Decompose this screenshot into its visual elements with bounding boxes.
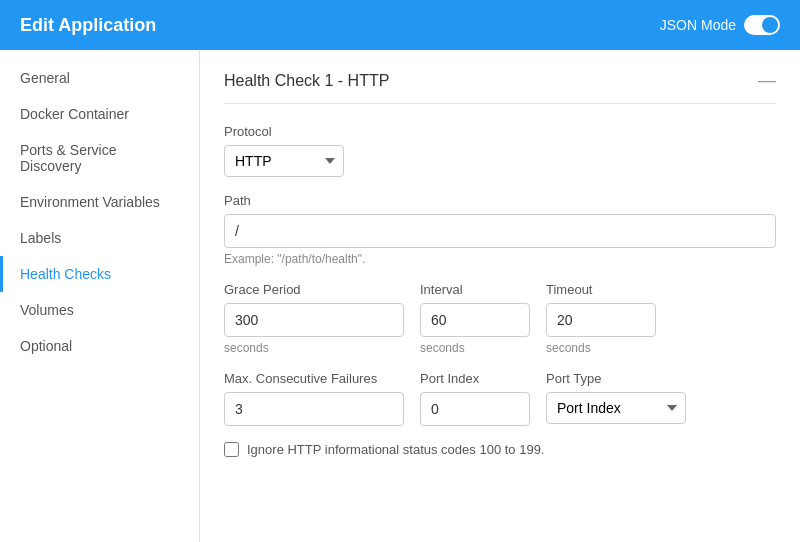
app-title: Edit Application xyxy=(20,15,156,36)
ignore-http-checkbox[interactable] xyxy=(224,442,239,457)
port-type-col: Port Type Port IndexPort Number xyxy=(546,371,656,426)
json-mode-toggle[interactable] xyxy=(744,15,780,35)
timeout-col: Timeout seconds xyxy=(546,282,656,355)
port-type-label: Port Type xyxy=(546,371,656,386)
json-mode-container: JSON Mode xyxy=(660,15,780,35)
path-label: Path xyxy=(224,193,776,208)
failures-row: Max. Consecutive Failures Port Index Por… xyxy=(224,371,776,426)
max-failures-input[interactable] xyxy=(224,392,404,426)
protocol-select[interactable]: HTTPHTTPSTCPCommand xyxy=(224,145,344,177)
json-mode-label: JSON Mode xyxy=(660,17,736,33)
collapse-button[interactable]: — xyxy=(758,70,776,91)
path-input[interactable] xyxy=(224,214,776,248)
sidebar-item-optional[interactable]: Optional xyxy=(0,328,199,364)
max-failures-label: Max. Consecutive Failures xyxy=(224,371,404,386)
timeout-input[interactable] xyxy=(546,303,656,337)
sidebar-item-general[interactable]: General xyxy=(0,60,199,96)
grace-period-unit: seconds xyxy=(224,341,404,355)
timing-row: Grace Period seconds Interval seconds Ti… xyxy=(224,282,776,355)
path-group: Path Example: "/path/to/health". xyxy=(224,193,776,266)
sidebar-item-docker-container[interactable]: Docker Container xyxy=(0,96,199,132)
port-index-label: Port Index xyxy=(420,371,530,386)
sidebar-item-labels[interactable]: Labels xyxy=(0,220,199,256)
timeout-unit: seconds xyxy=(546,341,656,355)
port-index-col: Port Index xyxy=(420,371,530,426)
section-header: Health Check 1 - HTTP — xyxy=(224,70,776,104)
grace-period-input[interactable] xyxy=(224,303,404,337)
sidebar-item-ports-service-discovery[interactable]: Ports & Service Discovery xyxy=(0,132,199,184)
ignore-http-label: Ignore HTTP informational status codes 1… xyxy=(247,442,544,457)
interval-col: Interval seconds xyxy=(420,282,530,355)
ignore-http-row: Ignore HTTP informational status codes 1… xyxy=(224,442,776,457)
interval-label: Interval xyxy=(420,282,530,297)
path-hint: Example: "/path/to/health". xyxy=(224,252,776,266)
protocol-label: Protocol xyxy=(224,124,776,139)
max-failures-col: Max. Consecutive Failures xyxy=(224,371,404,426)
sidebar-item-health-checks[interactable]: Health Checks xyxy=(0,256,199,292)
app-header: Edit Application JSON Mode xyxy=(0,0,800,50)
protocol-group: Protocol HTTPHTTPSTCPCommand xyxy=(224,124,776,177)
interval-input[interactable] xyxy=(420,303,530,337)
port-index-input[interactable] xyxy=(420,392,530,426)
timeout-label: Timeout xyxy=(546,282,656,297)
port-type-select[interactable]: Port IndexPort Number xyxy=(546,392,686,424)
sidebar-item-environment-variables[interactable]: Environment Variables xyxy=(0,184,199,220)
grace-period-col: Grace Period seconds xyxy=(224,282,404,355)
sidebar: GeneralDocker ContainerPorts & Service D… xyxy=(0,50,200,542)
main-content: Health Check 1 - HTTP — Protocol HTTPHTT… xyxy=(200,50,800,542)
grace-period-label: Grace Period xyxy=(224,282,404,297)
interval-unit: seconds xyxy=(420,341,530,355)
sidebar-item-volumes[interactable]: Volumes xyxy=(0,292,199,328)
app-body: GeneralDocker ContainerPorts & Service D… xyxy=(0,50,800,542)
section-title: Health Check 1 - HTTP xyxy=(224,72,389,90)
